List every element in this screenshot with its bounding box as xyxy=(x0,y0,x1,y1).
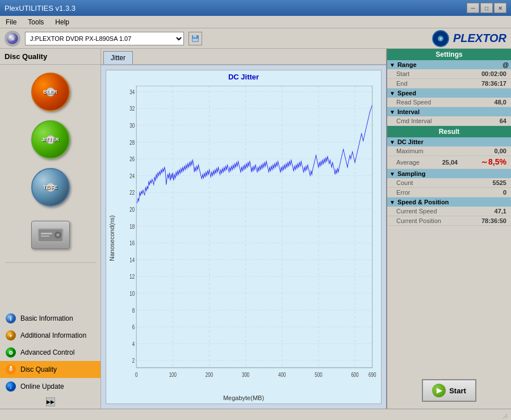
settings-header: Settings xyxy=(387,49,511,60)
plextor-logo: PLEXTOR xyxy=(432,30,506,48)
cmd-interval-label: Cmd Interval xyxy=(396,117,432,124)
menu-tools[interactable]: Tools xyxy=(24,17,47,27)
nav-label-basic: Basic Information xyxy=(20,314,73,322)
svg-text:34: 34 xyxy=(129,88,135,95)
close-button[interactable]: ✕ xyxy=(494,3,506,13)
range-section-header: ▼ Range @ xyxy=(387,60,511,69)
plextor-disc-icon xyxy=(432,30,450,48)
maximum-row: Maximum 0,00 xyxy=(387,146,511,156)
svg-point-11 xyxy=(56,233,60,237)
svg-text:200: 200 xyxy=(206,371,213,378)
svg-text:4: 4 xyxy=(132,340,135,347)
svg-rect-25 xyxy=(120,86,376,380)
jitter-label: JITTER xyxy=(41,137,59,142)
speed-position-collapse-button[interactable]: ▼ xyxy=(389,199,395,205)
chart-svg: 34 32 30 28 26 24 22 20 18 16 14 12 xyxy=(120,86,376,380)
sidebar-item-additional[interactable]: + Additional Information xyxy=(0,327,100,344)
svg-text:↓: ↓ xyxy=(10,384,12,390)
svg-rect-12 xyxy=(41,233,52,234)
svg-rect-13 xyxy=(41,236,49,237)
maximum-value: 0,00 xyxy=(495,148,506,154)
svg-rect-4 xyxy=(192,39,198,41)
drive-select[interactable]: J:PLEXTOR DVDR PX-L890SA 1.07 xyxy=(25,32,184,45)
nav-label-advanced: Advanced Control xyxy=(20,348,74,356)
sidebar-item-basic[interactable]: i Basic Information xyxy=(0,310,100,327)
svg-text:12: 12 xyxy=(129,273,135,280)
start-button-container: ▶ Start xyxy=(387,372,511,409)
cmd-interval-value: 64 xyxy=(500,117,506,124)
jitter-button[interactable]: JITTER xyxy=(16,117,85,162)
svg-text:★: ★ xyxy=(9,365,13,369)
current-position-label: Current Position xyxy=(396,217,441,224)
maximize-button[interactable]: □ xyxy=(480,3,493,13)
svg-rect-3 xyxy=(193,35,196,37)
sampling-collapse-button[interactable]: ▼ xyxy=(389,171,395,177)
tefe-disc-icon: TE/FE xyxy=(31,168,70,207)
sidebar-divider xyxy=(5,262,95,263)
drive-button[interactable] xyxy=(16,212,85,258)
svg-text:10: 10 xyxy=(129,290,135,297)
svg-text:300: 300 xyxy=(242,371,250,378)
y-axis-label: Nanosecond(ns) xyxy=(106,83,118,393)
advanced-control-icon: ⚙ xyxy=(5,346,17,359)
svg-text:0: 0 xyxy=(135,371,138,378)
interval-collapse-button[interactable]: ▼ xyxy=(389,109,395,115)
chart-wrapper: DC Jitter Nanosecond(ns) xyxy=(101,65,386,409)
speed-section-header: ▼ Speed xyxy=(387,89,511,98)
right-panel: Settings ▼ Range @ Start 00:02:00 End 78… xyxy=(386,49,511,409)
status-bar xyxy=(0,409,511,420)
nav-label-additional: Additional Information xyxy=(20,331,86,339)
save-button[interactable] xyxy=(189,32,202,45)
average-row: Average 25,04 ～8,5% xyxy=(387,156,511,169)
main-container: Disc Quality BLER JITTER TE/FE xyxy=(0,49,511,409)
svg-text:600: 600 xyxy=(351,371,359,378)
sidebar: Disc Quality BLER JITTER TE/FE xyxy=(0,49,101,409)
plextor-brand-text: PLEXTOR xyxy=(453,32,506,45)
nav-label-online-update: Online Update xyxy=(20,383,64,390)
svg-text:26: 26 xyxy=(129,156,135,163)
svg-text:690: 690 xyxy=(368,371,376,378)
svg-text:20: 20 xyxy=(129,206,135,213)
sidebar-item-advanced[interactable]: ⚙ Advanced Control xyxy=(0,344,100,361)
expand-button[interactable]: ▶▶ xyxy=(46,397,55,406)
svg-text:500: 500 xyxy=(315,371,322,378)
svg-text:18: 18 xyxy=(129,222,135,230)
menu-file[interactable]: File xyxy=(2,17,20,27)
disc-quality-buttons: BLER JITTER TE/FE xyxy=(0,65,100,310)
dc-jitter-collapse-button[interactable]: ▼ xyxy=(389,139,395,145)
speed-collapse-button[interactable]: ▼ xyxy=(389,90,395,96)
bler-label: BLER xyxy=(43,89,57,95)
count-row: Count 5525 xyxy=(387,178,511,188)
start-button[interactable]: ▶ Start xyxy=(422,379,476,402)
range-collapse-button[interactable]: ▼ xyxy=(389,62,395,68)
tab-jitter[interactable]: Jitter xyxy=(103,51,133,64)
interval-label: Interval xyxy=(397,108,420,115)
tab-bar: Jitter xyxy=(101,49,386,65)
title-bar: PlexUTILITIES v1.3.3 ─ □ ✕ xyxy=(0,0,511,16)
minimize-button[interactable]: ─ xyxy=(467,3,479,13)
svg-text:+: + xyxy=(9,333,12,339)
svg-line-78 xyxy=(505,416,508,418)
bler-button[interactable]: BLER xyxy=(16,69,85,115)
svg-text:14: 14 xyxy=(129,256,135,263)
error-label: Error xyxy=(396,189,410,196)
tefe-button[interactable]: TE/FE xyxy=(16,165,85,210)
jitter-disc-icon: JITTER xyxy=(31,120,70,159)
average-label: Average xyxy=(396,159,420,166)
svg-text:100: 100 xyxy=(169,371,177,378)
x-axis-label: Megabyte(MB) xyxy=(106,393,381,404)
menu-help[interactable]: Help xyxy=(52,17,73,27)
count-value: 5525 xyxy=(493,179,506,186)
range-start-row: Start 00:02:00 xyxy=(387,69,511,79)
resize-grip[interactable] xyxy=(500,410,509,419)
svg-text:i: i xyxy=(10,316,12,322)
sidebar-section-header: Disc Quality xyxy=(0,49,100,65)
nav-items: i Basic Information + Additional Informa… xyxy=(0,310,100,395)
sidebar-item-disc-quality[interactable]: ★ Disc Quality xyxy=(0,361,100,378)
range-end-row: End 78:36:17 xyxy=(387,79,511,89)
range-start-value: 00:02:00 xyxy=(481,70,506,77)
svg-text:6: 6 xyxy=(132,324,135,331)
svg-text:24: 24 xyxy=(129,172,135,179)
sidebar-item-online-update[interactable]: ↓ Online Update xyxy=(0,378,100,395)
range-start-label: Start xyxy=(396,70,409,77)
